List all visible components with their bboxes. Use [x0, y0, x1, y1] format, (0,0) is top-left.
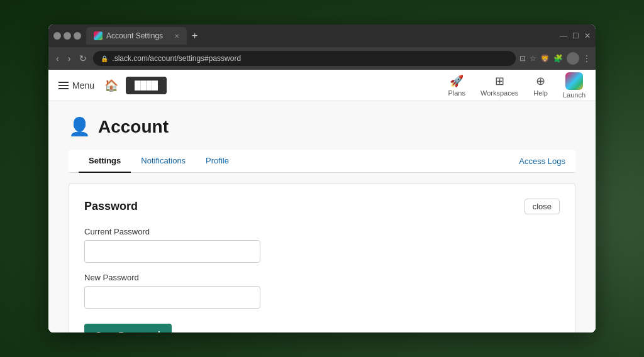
minimize-button[interactable] — [53, 32, 61, 40]
launch-icon — [565, 72, 583, 90]
menu-button[interactable]: Menu — [58, 80, 94, 91]
forward-button[interactable]: › — [65, 52, 74, 65]
back-button[interactable]: ‹ — [53, 52, 62, 65]
current-password-input[interactable] — [84, 240, 260, 263]
new-password-group: New Password — [84, 273, 560, 309]
tab-profile[interactable]: Profile — [196, 150, 239, 173]
top-nav-right: 🚀 Plans ⊞ Workspaces ⊕ Help Launch — [448, 72, 586, 99]
title-bar: Account Settings ✕ + — ☐ ✕ — [48, 25, 596, 47]
tab-settings[interactable]: Settings — [79, 150, 131, 173]
menu-label: Menu — [72, 80, 94, 91]
address-bar: ‹ › ↻ 🔒 .slack.com/account/settings#pass… — [48, 47, 596, 70]
plans-nav-item[interactable]: 🚀 Plans — [448, 74, 465, 97]
browser-tab[interactable]: Account Settings ✕ — [86, 27, 187, 45]
new-tab-button[interactable]: + — [189, 30, 200, 41]
workspaces-icon: ⊞ — [495, 74, 504, 88]
settings-card: Password close Current Password New Pass… — [69, 183, 575, 332]
card-title: Password — [84, 200, 138, 213]
home-button[interactable]: 🏠 — [104, 79, 118, 92]
close-icon[interactable]: ✕ — [584, 31, 591, 40]
close-window-button[interactable] — [74, 32, 81, 40]
current-password-group: Current Password — [84, 227, 560, 263]
help-nav-item[interactable]: ⊕ Help — [533, 74, 548, 97]
tab-favicon — [94, 31, 103, 40]
minimize-icon[interactable]: — — [560, 31, 567, 40]
plans-icon: 🚀 — [450, 74, 464, 88]
maximize-icon[interactable]: ☐ — [572, 31, 579, 40]
tab-navigation: Settings Notifications Profile Access Lo… — [69, 150, 575, 173]
star-icon[interactable]: ☆ — [530, 54, 536, 63]
brave-icon: 🦁 — [540, 54, 550, 63]
help-label: Help — [533, 89, 548, 97]
new-password-label: New Password — [84, 273, 560, 282]
help-icon: ⊕ — [536, 74, 545, 88]
current-password-label: Current Password — [84, 227, 560, 236]
url-text: .slack.com/account/settings#password — [112, 54, 241, 63]
maximize-button[interactable] — [64, 32, 71, 40]
workspaces-label: Workspaces — [480, 89, 518, 97]
lock-icon: 🔒 — [101, 55, 108, 62]
page-header: 👤 Account — [69, 116, 575, 137]
app-content: Menu 🏠 ████ 🚀 Plans ⊞ Workspaces ⊕ Help — [48, 70, 596, 332]
account-icon: 👤 — [69, 116, 91, 137]
screen-cast-icon: ⊡ — [519, 54, 526, 63]
refresh-button[interactable]: ↻ — [77, 52, 89, 65]
page-title: Account — [98, 117, 169, 137]
more-options-icon[interactable]: ⋮ — [583, 54, 591, 63]
tab-notifications[interactable]: Notifications — [131, 150, 196, 173]
profile-avatar[interactable] — [567, 52, 579, 65]
browser-window: Account Settings ✕ + — ☐ ✕ ‹ › ↻ 🔒 .slac… — [48, 25, 596, 332]
tab-bar: Account Settings ✕ + — [86, 27, 555, 45]
title-bar-controls: — ☐ ✕ — [560, 31, 591, 40]
launch-label: Launch — [563, 91, 586, 99]
page-content: 👤 Account Settings Notifications Profile… — [48, 101, 596, 332]
close-button[interactable]: close — [525, 199, 560, 214]
address-right-icons: ⊡ ☆ 🦁 🧩 ⋮ — [519, 52, 591, 65]
workspaces-nav-item[interactable]: ⊞ Workspaces — [480, 74, 518, 97]
save-password-button[interactable]: Save Password — [84, 324, 172, 332]
top-nav: Menu 🏠 ████ 🚀 Plans ⊞ Workspaces ⊕ Help — [48, 70, 596, 101]
window-controls — [53, 32, 81, 40]
tab-title: Account Settings — [106, 31, 163, 40]
tab-access-logs[interactable]: Access Logs — [519, 157, 565, 166]
workspace-name[interactable]: ████ — [126, 77, 167, 94]
hamburger-icon — [58, 82, 69, 89]
tab-close-button[interactable]: ✕ — [174, 33, 179, 40]
url-box[interactable]: 🔒 .slack.com/account/settings#password — [93, 51, 516, 66]
launch-nav-item[interactable]: Launch — [563, 72, 586, 99]
new-password-input[interactable] — [84, 286, 260, 309]
plans-label: Plans — [448, 89, 465, 97]
card-header: Password close — [84, 199, 560, 214]
extensions-icon[interactable]: 🧩 — [553, 54, 563, 63]
